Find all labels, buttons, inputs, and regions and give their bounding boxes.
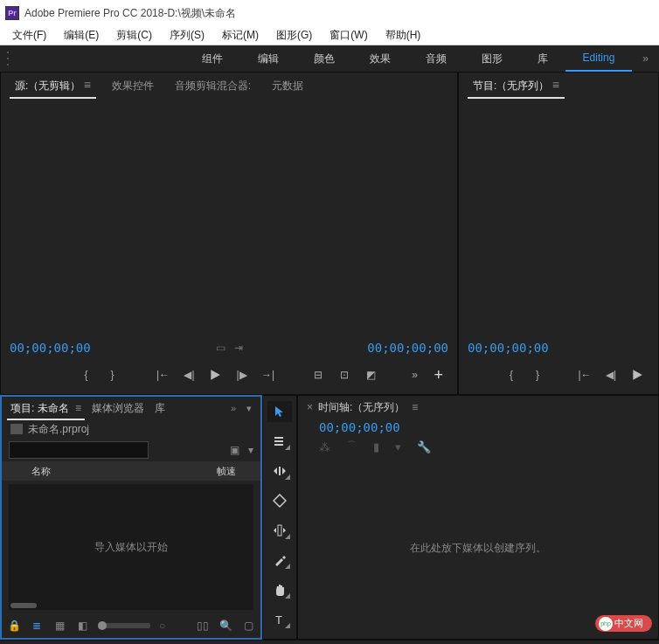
project-search-input[interactable] [9,441,149,459]
source-timecode-in[interactable]: 00;00;00;00 [10,341,91,355]
tab-source-menu-icon[interactable]: ≡ [84,78,91,92]
workspace-editing-cn[interactable]: 编辑 [240,45,296,72]
menu-window[interactable]: 窗口(W) [321,26,376,45]
automate-to-sequence-icon[interactable]: ▯▯ [196,619,210,633]
menu-sequence[interactable]: 序列(S) [161,26,213,45]
project-tabs-overflow-icon[interactable]: » [225,403,241,413]
slip-tool[interactable] [267,520,292,541]
project-hscroll[interactable] [10,603,37,608]
workspace-assembly[interactable]: 组件 [184,45,240,72]
freeform-view-icon[interactable]: ◧ [75,619,89,633]
transport-more-icon[interactable]: » [407,368,421,382]
col-rate-header[interactable]: 帧速 [217,465,252,478]
ripple-edit-tool[interactable] [267,460,292,481]
timeline-title: 时间轴:（无序列） [318,400,405,415]
tab-source[interactable]: 源:（无剪辑） ≡ [6,74,100,97]
project-empty-hint: 导入媒体以开始 [94,540,168,555]
timeline-menu-icon[interactable]: ≡ [412,401,418,413]
menu-clip[interactable]: 剪辑(C) [108,26,161,45]
menu-help[interactable]: 帮助(H) [377,26,430,45]
main-grid: 源:（无剪辑） ≡ 效果控件 音频剪辑混合器: 元数据 00;00;00;00 … [0,72,659,640]
tab-libraries[interactable]: 库 [149,398,170,419]
mark-in-button[interactable]: { [79,368,93,382]
tab-project[interactable]: 项目: 未命名 ≡ [5,398,87,419]
workspace-graphics[interactable]: 图形 [464,45,520,72]
play-button[interactable] [208,368,222,382]
project-bin-area[interactable]: 导入媒体以开始 [9,484,253,610]
tab-metadata[interactable]: 元数据 [263,75,312,97]
playback-res-icon[interactable]: ⇥ [234,342,243,354]
workspace-editing[interactable]: Editing [565,45,633,72]
prog-mark-out-button[interactable]: } [531,368,545,382]
overwrite-button[interactable]: ⊡ [337,368,351,382]
icon-view-icon[interactable]: ▦ [52,619,66,633]
fit-icon[interactable]: ▭ [216,342,225,354]
step-forward-button[interactable]: |▶ [234,368,248,382]
col-name-header[interactable]: 名称 [10,465,217,478]
selection-tool[interactable] [267,401,292,422]
add-marker-icon[interactable]: ▮ [373,440,379,454]
creative-cloud-bar: ∞ [0,640,659,644]
track-select-tool[interactable] [267,431,292,452]
svg-rect-8 [279,467,281,475]
zoom-slider[interactable] [98,623,150,628]
menu-graphics[interactable]: 图形(G) [267,26,321,45]
svg-marker-7 [282,467,286,474]
timeline-track-icons: ⁂ ⌒ ▮ ▾ 🔧 [298,436,658,457]
lock-icon[interactable]: 🔒 [7,619,21,633]
find-icon[interactable]: 🔍 [219,619,232,633]
tab-effect-controls[interactable]: 效果控件 [103,75,163,97]
type-tool[interactable]: T [267,609,292,630]
source-viewer [1,99,457,333]
pen-tool[interactable] [267,550,292,571]
workspace-dragger-icon[interactable] [7,50,14,67]
prog-step-back-button[interactable]: ◀| [604,368,618,382]
mark-out-button[interactable]: } [105,368,119,382]
project-columns-header: 名称 帧速 [2,461,260,481]
export-frame-button[interactable]: ◩ [364,368,378,382]
timeline-close-icon[interactable]: × [307,401,313,413]
prog-play-button[interactable] [630,368,644,382]
project-panel-menu-icon[interactable]: ▾ [241,403,257,414]
program-monitor-panel: 节目:（无序列） ≡ 00;00;00;00 { } |← ◀| [458,72,659,395]
tab-program-menu-icon[interactable]: ≡ [552,78,559,92]
timeline-timecode[interactable]: 00;00;00;00 [298,419,658,436]
timeline-settings-icon[interactable]: ▾ [395,440,401,454]
wrench-icon[interactable]: 🔧 [417,440,431,454]
program-timecode[interactable]: 00;00;00;00 [468,341,549,355]
menu-marker[interactable]: 标记(M) [213,26,267,45]
snap-icon[interactable]: ⁂ [319,440,330,454]
new-bin-icon[interactable]: ▣ [230,444,239,456]
go-to-out-button[interactable]: →| [260,368,274,382]
step-back-button[interactable]: ◀| [182,368,196,382]
menu-file[interactable]: 文件(F) [3,26,55,45]
menu-edit[interactable]: 编辑(E) [55,26,108,45]
tab-project-menu-icon[interactable]: ≡ [75,402,81,414]
bin-icon [10,424,23,434]
workspace-audio[interactable]: 音频 [408,45,464,72]
hand-tool[interactable] [267,579,292,600]
tab-program[interactable]: 节目:（无序列） ≡ [464,74,568,97]
tab-audio-clip-mixer[interactable]: 音频剪辑混合器: [166,75,260,97]
list-view-icon[interactable]: ≣ [30,619,44,633]
svg-marker-11 [274,528,276,533]
new-bin-button[interactable]: ▢ [241,619,255,633]
prog-go-to-in-button[interactable]: |← [578,368,592,382]
filter-icon[interactable]: ▾ [248,444,253,456]
insert-button[interactable]: ⊟ [311,368,325,382]
button-editor-icon[interactable]: + [434,366,443,384]
prog-mark-in-button[interactable]: { [504,368,518,382]
timeline-drop-area[interactable]: 在此处放下媒体以创建序列。 [298,457,658,639]
razor-tool[interactable] [267,490,292,511]
svg-rect-4 [274,440,283,442]
tab-media-browser[interactable]: 媒体浏览器 [87,398,149,419]
go-to-in-button[interactable]: |← [156,368,170,382]
workspace-overflow-icon[interactable]: » [632,52,659,65]
workspace-libraries[interactable]: 库 [520,45,565,72]
bottom-row: 项目: 未命名 ≡ 媒体浏览器 库 » ▾ 未命名.prproj 🔍 ▣ ▾ [0,395,659,640]
workspace-color[interactable]: 颜色 [296,45,352,72]
workspace-effects[interactable]: 效果 [352,45,408,72]
source-timecode-out[interactable]: 00;00;00;00 [367,341,448,355]
svg-marker-1 [633,370,642,380]
linked-selection-icon[interactable]: ⌒ [346,439,357,454]
